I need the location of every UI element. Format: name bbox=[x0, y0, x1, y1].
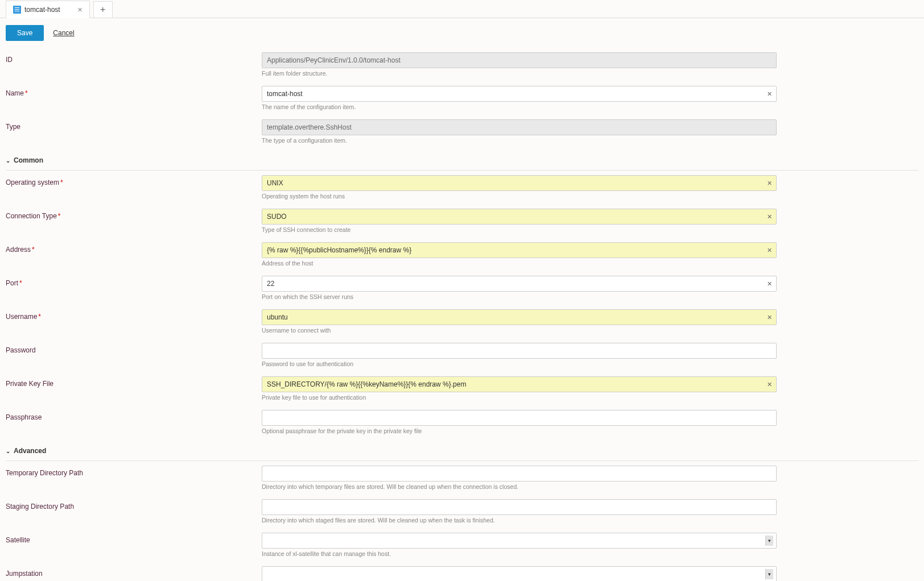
id-field bbox=[262, 52, 777, 68]
hint-conn: Type of SSH connection to create bbox=[262, 226, 777, 233]
staging-field[interactable] bbox=[262, 499, 777, 515]
chevron-down-icon: ⌄ bbox=[6, 157, 10, 164]
label-satellite: Satellite bbox=[6, 533, 262, 544]
clear-icon[interactable]: ✕ bbox=[767, 180, 772, 187]
label-pkey: Private Key File bbox=[6, 376, 262, 388]
os-field[interactable] bbox=[262, 175, 777, 191]
section-common[interactable]: ⌄ Common bbox=[6, 155, 918, 165]
hint-port: Port on which the SSH server runs bbox=[262, 293, 777, 300]
clear-icon[interactable]: ✕ bbox=[767, 90, 772, 98]
hint-username: Username to connect with bbox=[262, 327, 777, 334]
label-tmp: Temporary Directory Path bbox=[6, 466, 262, 477]
label-password: Password bbox=[6, 343, 262, 354]
cancel-button[interactable]: Cancel bbox=[53, 29, 74, 37]
name-field[interactable] bbox=[262, 86, 777, 102]
label-type: Type bbox=[6, 119, 262, 131]
section-advanced[interactable]: ⌄ Advanced bbox=[6, 446, 918, 456]
document-icon bbox=[13, 6, 21, 14]
tmp-field[interactable] bbox=[262, 466, 777, 482]
tab-tomcat-host[interactable]: tomcat-host ✕ bbox=[6, 1, 90, 18]
hint-name: The name of the configuration item. bbox=[262, 103, 777, 110]
conn-field[interactable] bbox=[262, 209, 777, 225]
passphrase-field[interactable] bbox=[262, 410, 777, 426]
form: ID Full item folder structure. Name* ✕ T… bbox=[0, 48, 924, 581]
label-conn: Connection Type bbox=[6, 212, 57, 220]
save-button[interactable]: Save bbox=[6, 25, 44, 41]
plus-icon: + bbox=[100, 5, 105, 15]
clear-icon[interactable]: ✕ bbox=[767, 247, 772, 254]
clear-icon[interactable]: ✕ bbox=[767, 314, 772, 321]
hint-id: Full item folder structure. bbox=[262, 70, 777, 77]
label-staging: Staging Directory Path bbox=[6, 499, 262, 511]
clear-icon[interactable]: ✕ bbox=[767, 213, 772, 221]
clear-icon[interactable]: ✕ bbox=[767, 280, 772, 288]
section-common-title: Common bbox=[14, 156, 43, 164]
address-field[interactable] bbox=[262, 242, 777, 258]
clear-icon[interactable]: ✕ bbox=[767, 381, 772, 388]
label-address: Address bbox=[6, 246, 31, 254]
username-field[interactable] bbox=[262, 309, 777, 325]
hint-pkey: Private key file to use for authenticati… bbox=[262, 394, 777, 401]
tab-bar: tomcat-host ✕ + bbox=[0, 0, 924, 18]
add-tab-button[interactable]: + bbox=[93, 1, 113, 18]
label-id: ID bbox=[6, 52, 262, 64]
password-field[interactable] bbox=[262, 343, 777, 359]
label-passphrase: Passphrase bbox=[6, 410, 262, 421]
label-name: Name* bbox=[6, 86, 262, 97]
hint-satellite: Instance of xl-satellite that can manage… bbox=[262, 550, 777, 557]
label-jump: Jumpstation bbox=[6, 566, 262, 578]
close-icon[interactable]: ✕ bbox=[77, 6, 82, 14]
label-os: Operating system bbox=[6, 179, 59, 186]
type-field bbox=[262, 119, 777, 135]
label-username: Username bbox=[6, 313, 37, 321]
pkey-field[interactable] bbox=[262, 376, 777, 392]
hint-tmp: Directory into which temporary files are… bbox=[262, 483, 777, 490]
hint-address: Address of the host bbox=[262, 260, 777, 267]
chevron-down-icon: ⌄ bbox=[6, 448, 10, 454]
port-field[interactable] bbox=[262, 276, 777, 292]
hint-passphrase: Optional passphrase for the private key … bbox=[262, 428, 777, 434]
section-advanced-title: Advanced bbox=[14, 447, 46, 455]
hint-os: Operating system the host runs bbox=[262, 193, 777, 200]
action-bar: Save Cancel bbox=[0, 18, 924, 48]
hint-type: The type of a configuration item. bbox=[262, 137, 777, 144]
tab-title: tomcat-host bbox=[24, 6, 60, 14]
satellite-select[interactable] bbox=[262, 533, 777, 549]
hint-password: Password to use for authentication bbox=[262, 360, 777, 367]
label-port: Port bbox=[6, 279, 18, 287]
jump-select[interactable] bbox=[262, 566, 777, 581]
hint-staging: Directory into which staged files are st… bbox=[262, 517, 777, 524]
